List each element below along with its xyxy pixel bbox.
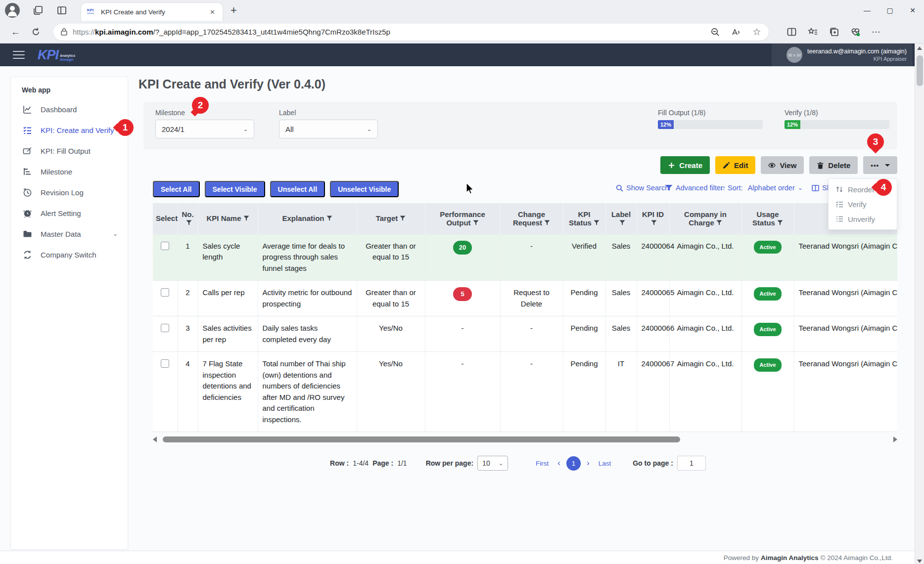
browser-essentials-icon[interactable] bbox=[850, 27, 861, 37]
cell-kpi-status: Verified bbox=[563, 234, 605, 281]
cell-kpi-id: 24000067 bbox=[637, 352, 669, 432]
current-page-button[interactable]: 1 bbox=[566, 456, 581, 471]
prev-page-icon[interactable]: ‹ bbox=[557, 458, 560, 468]
edit-button[interactable]: Edit bbox=[715, 156, 755, 174]
split-screen-icon[interactable] bbox=[786, 27, 797, 37]
footer-brand: Aimagin Analytics bbox=[761, 554, 819, 562]
cell-explanation: Daily sales tasks completed every day bbox=[258, 316, 357, 352]
column-header-kpi-name[interactable]: KPI Name bbox=[198, 203, 258, 234]
column-header-label[interactable]: Label bbox=[605, 203, 637, 234]
collections-icon[interactable] bbox=[829, 27, 839, 37]
cell-company: Aimagin Co., Ltd. bbox=[669, 234, 741, 281]
sidebar-item-kpi-create-verify[interactable]: KPI: Create and Verify bbox=[11, 120, 128, 140]
zoom-out-icon[interactable] bbox=[710, 27, 720, 37]
scroll-down-icon[interactable] bbox=[917, 560, 922, 563]
favorite-star-icon[interactable]: ☆ bbox=[752, 27, 762, 37]
column-header-kpi-status[interactable]: KPI Status bbox=[563, 203, 605, 234]
filter-icon bbox=[544, 220, 550, 226]
column-header-company-in-charge[interactable]: Company in Charge bbox=[669, 203, 741, 234]
window-minimize-button[interactable]: — bbox=[856, 6, 878, 14]
view-button[interactable]: View bbox=[761, 156, 804, 174]
delete-button[interactable]: Delete bbox=[809, 156, 858, 174]
sidebar-item-company-switch[interactable]: Company Switch bbox=[11, 244, 128, 265]
advanced-filter-link[interactable]: Advanced filter bbox=[665, 184, 723, 192]
more-actions-button[interactable]: ••• bbox=[863, 156, 897, 174]
select-all-button[interactable]: Select All bbox=[153, 181, 200, 197]
column-header-target[interactable]: Target bbox=[357, 203, 425, 234]
column-header-kpi-id[interactable]: KPI ID bbox=[637, 203, 669, 234]
browser-menu-icon[interactable]: ⋯ bbox=[872, 27, 880, 37]
menu-item-verify[interactable]: Verify bbox=[829, 197, 897, 212]
chevron-down-icon: ⌄ bbox=[367, 126, 371, 132]
horizontal-scrollbar[interactable] bbox=[153, 436, 897, 443]
annotation-badge-1: 1 bbox=[117, 119, 134, 136]
row-checkbox[interactable] bbox=[161, 242, 169, 250]
chevron-down-icon: ⌄ bbox=[798, 184, 803, 191]
url-bar[interactable]: https://kpi.aimagin.com/?_appId=app_1702… bbox=[53, 24, 769, 41]
scroll-right-icon[interactable] bbox=[893, 436, 897, 442]
scroll-left-icon[interactable] bbox=[153, 436, 157, 442]
verify-progress: Verify (1/8) 12% bbox=[785, 109, 889, 129]
goto-page-input[interactable] bbox=[677, 456, 706, 471]
milestone-select[interactable]: 2024/1⌄ bbox=[155, 120, 254, 138]
workspaces-icon[interactable] bbox=[33, 5, 44, 16]
cell-created-by: Teeranad Wongsri (Aimagin Co bbox=[794, 281, 897, 316]
cell-no: 1 bbox=[178, 234, 198, 281]
unselect-visible-button[interactable]: Unselect Visible bbox=[330, 181, 399, 197]
sidebar-item-master-data[interactable]: Master Data ⌄ bbox=[11, 223, 128, 244]
sidebar-item-revision-log[interactable]: Revision Log bbox=[11, 182, 128, 203]
sidebar-item-kpi-fill-output[interactable]: KPI: Fill Output bbox=[11, 140, 128, 161]
sidebar-item-milestone[interactable]: Milestone bbox=[11, 161, 128, 182]
filter-icon bbox=[777, 220, 783, 226]
scroll-up-icon[interactable] bbox=[917, 46, 922, 50]
sidebar-item-dashboard[interactable]: Dashboard bbox=[11, 99, 128, 120]
new-tab-button[interactable]: + bbox=[231, 4, 237, 17]
column-header-performance-output[interactable]: Performance Output bbox=[425, 203, 500, 234]
browser-profile-icon[interactable] bbox=[5, 3, 20, 18]
window-close-button[interactable]: ✕ bbox=[901, 6, 924, 14]
cell-kpi-status: Pending bbox=[563, 316, 605, 352]
menu-item-unverify[interactable]: Unverify bbox=[829, 212, 897, 226]
vertical-scrollbar[interactable] bbox=[915, 43, 924, 564]
column-header-change-request[interactable]: Change Request bbox=[500, 203, 563, 234]
refresh-icon[interactable] bbox=[31, 27, 41, 37]
cell-company: Aimagin Co., Ltd. bbox=[669, 281, 741, 316]
last-page-link[interactable]: Last bbox=[599, 460, 611, 467]
column-header-no[interactable]: No. bbox=[178, 203, 198, 234]
favorites-bar-icon[interactable] bbox=[808, 27, 818, 37]
tab-close-icon[interactable]: ✕ bbox=[207, 7, 218, 17]
cell-performance-output: 5 bbox=[425, 281, 500, 316]
row-checkbox[interactable] bbox=[161, 288, 169, 297]
lock-icon[interactable] bbox=[60, 28, 68, 36]
vertical-scrollbar-thumb[interactable] bbox=[917, 55, 923, 86]
chevron-down-icon[interactable]: ⌄ bbox=[113, 230, 118, 237]
unselect-all-button[interactable]: Unselect All bbox=[270, 181, 325, 197]
verify-label: Verify (1/8) bbox=[785, 109, 889, 117]
next-page-icon[interactable]: › bbox=[587, 458, 590, 468]
read-aloud-icon[interactable] bbox=[731, 27, 741, 37]
select-visible-button[interactable]: Select Visible bbox=[205, 181, 265, 197]
browser-tab-strip: KPI KPI Create and Verify ✕ + — ▢ ✕ bbox=[0, 0, 924, 21]
window-maximize-button[interactable]: ▢ bbox=[878, 6, 901, 14]
row-per-page-select[interactable]: 10⌄ bbox=[477, 456, 508, 471]
user-menu[interactable]: 32 x 32 teeranad.w@aimagin.com (aimagin)… bbox=[772, 43, 913, 66]
sidebar-item-alert-setting[interactable]: Alert Setting bbox=[11, 203, 128, 223]
label-select[interactable]: All⌄ bbox=[279, 120, 378, 138]
vertical-tabs-icon[interactable] bbox=[56, 5, 67, 16]
horizontal-scrollbar-thumb[interactable] bbox=[163, 436, 680, 442]
browser-tab[interactable]: KPI KPI Create and Verify ✕ bbox=[81, 3, 223, 21]
show-search-link[interactable]: Show Search bbox=[616, 184, 669, 192]
row-checkbox[interactable] bbox=[161, 324, 169, 332]
row-checkbox[interactable] bbox=[161, 359, 169, 368]
verify-checklist-icon bbox=[835, 200, 843, 208]
first-page-link[interactable]: First bbox=[536, 460, 549, 467]
column-header-usage-status[interactable]: Usage Status bbox=[741, 203, 794, 234]
back-icon[interactable]: ← bbox=[11, 27, 20, 38]
column-header-explanation[interactable]: Explanation bbox=[258, 203, 357, 234]
table-controls-row: Select All Select Visible Unselect All U… bbox=[153, 181, 897, 197]
sort-control[interactable]: ↓↑ Sort: Alphabet order ⌄ bbox=[720, 184, 803, 192]
create-button[interactable]: Create bbox=[660, 156, 710, 174]
hamburger-menu-icon[interactable] bbox=[13, 48, 25, 61]
url-text[interactable]: https://kpi.aimagin.com/?_appId=app_1702… bbox=[73, 28, 699, 36]
app-logo[interactable]: KPI AnalyticsAimagin bbox=[38, 48, 75, 61]
